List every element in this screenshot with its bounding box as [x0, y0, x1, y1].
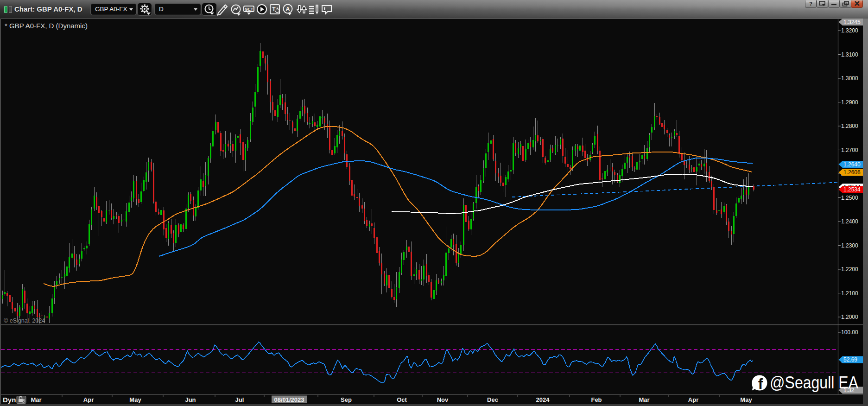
svg-text:GET: GET — [245, 7, 253, 12]
svg-text:1.2700: 1.2700 — [841, 147, 858, 153]
svg-text:May: May — [740, 396, 752, 403]
svg-text:Sep: Sep — [341, 396, 352, 403]
svg-text:f: f — [758, 375, 763, 392]
svg-text:1.3000: 1.3000 — [841, 75, 858, 82]
svg-text:Apr: Apr — [688, 396, 698, 403]
svg-text:Nov: Nov — [437, 396, 449, 403]
svg-text:Feb: Feb — [591, 396, 602, 403]
svg-text:08/01/2023: 08/01/2023 — [274, 396, 304, 403]
svg-text:1.2200: 1.2200 — [841, 266, 858, 273]
svg-text:Jul: Jul — [235, 396, 244, 403]
svg-text:Oct: Oct — [397, 396, 407, 403]
svg-text:Dec: Dec — [487, 396, 498, 403]
svg-text:Jun: Jun — [185, 396, 196, 403]
svg-text:© eSignal, 2024: © eSignal, 2024 — [4, 317, 45, 324]
svg-text:Mar: Mar — [31, 396, 41, 403]
svg-text:1.2640: 1.2640 — [843, 161, 861, 168]
svg-text:A: A — [285, 6, 290, 13]
svg-text:1.3245: 1.3245 — [843, 19, 861, 25]
svg-text:1.2900: 1.2900 — [841, 99, 858, 106]
svg-text:2024: 2024 — [536, 396, 550, 403]
svg-text:1.2100: 1.2100 — [841, 290, 858, 297]
svg-text:Apr: Apr — [83, 396, 94, 403]
svg-text:Dyn: Dyn — [3, 396, 16, 404]
svg-text:1.3100: 1.3100 — [841, 51, 858, 58]
svg-text:1.2606: 1.2606 — [843, 169, 861, 176]
svg-text:1.2300: 1.2300 — [841, 242, 858, 249]
svg-text:1.2800: 1.2800 — [841, 123, 858, 129]
svg-text:1.2400: 1.2400 — [841, 218, 858, 225]
svg-text:@Seagull EA: @Seagull EA — [770, 373, 858, 392]
svg-text:1.2534: 1.2534 — [843, 186, 861, 193]
svg-text:Mar: Mar — [639, 396, 649, 403]
svg-text:100.00: 100.00 — [841, 329, 858, 336]
svg-text:* GBP A0-FX, D (Dynamic): * GBP A0-FX, D (Dynamic) — [5, 22, 88, 30]
svg-text:May: May — [129, 396, 141, 403]
svg-text:52.69: 52.69 — [843, 356, 857, 363]
svg-text:1.2500: 1.2500 — [841, 195, 858, 201]
svg-text:1.2000: 1.2000 — [841, 314, 858, 320]
svg-text:1.3200: 1.3200 — [841, 27, 858, 34]
